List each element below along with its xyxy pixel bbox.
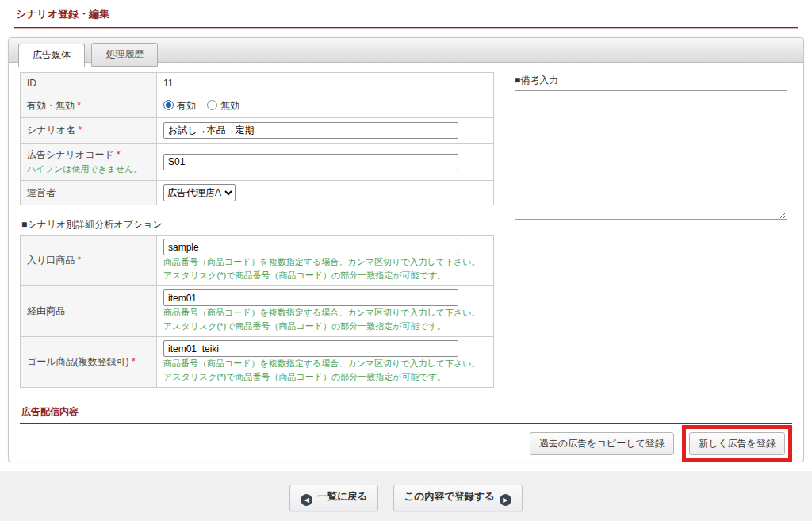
required-mark: *: [75, 125, 82, 136]
analysis-section-title: ■シナリオ別詳細分析オプション: [21, 218, 494, 232]
forward-arrow-icon: ▶: [500, 494, 511, 506]
help-text-line2: アスタリスク(*)で商品番号（商品コード）の部分一致指定が可能です。: [163, 269, 487, 282]
remarks-textarea[interactable]: [515, 90, 787, 220]
required-mark: *: [114, 149, 121, 160]
goal-product-label: ゴール商品(複数登録可): [27, 356, 129, 367]
help-text-line2: アスタリスク(*)で商品番号（商品コード）の部分一致指定が可能です。: [163, 370, 487, 384]
via-product-label: 経由商品: [27, 305, 65, 316]
table-row: ゴール商品(複数登録可) * 商品番号（商品コード）を複数指定する場合、カンマ区…: [21, 337, 494, 388]
main-panel: 広告媒体 処理履歴 ID 11 有効・無効 *: [8, 37, 804, 462]
entry-product-label: 入り口商品: [27, 255, 75, 266]
help-text-line2: アスタリスク(*)で商品番号（商品コード）の部分一致指定が可能です。: [163, 320, 487, 333]
form-column: ID 11 有効・無効 * 有効無効 シナリオ名 *: [20, 72, 494, 388]
goal-product-input[interactable]: [163, 340, 458, 357]
via-product-input[interactable]: [163, 289, 458, 306]
page-title: シナリオ登録・編集: [0, 0, 812, 21]
help-text-line1: 商品番号（商品コード）を複数指定する場合、カンマ区切りで入力して下さい。: [163, 306, 487, 320]
table-row: 入り口商品 * 商品番号（商品コード）を複数指定する場合、カンマ区切りで入力して…: [21, 236, 494, 286]
scenario-name-input[interactable]: [163, 122, 458, 139]
footer-action-bar: ◀一覧に戻る この内容で登録する▶: [0, 471, 812, 521]
register-new-ad-button[interactable]: 新しく広告を登録: [689, 432, 785, 455]
scenario-code-label: 広告シナリオコード: [27, 149, 114, 160]
remarks-section-title: ■備考入力: [515, 74, 787, 87]
panel-content: ID 11 有効・無効 * 有効無効 シナリオ名 *: [9, 63, 803, 388]
remarks-column: ■備考入力: [515, 72, 792, 388]
table-row: 有効・無効 * 有効無効: [21, 94, 494, 118]
required-mark: *: [129, 356, 136, 367]
enabled-radio-on[interactable]: [163, 100, 174, 110]
required-mark: *: [75, 100, 81, 111]
ad-delivery-actions: 過去の広告をコピーして登録 新しく広告を登録: [20, 426, 792, 460]
back-arrow-icon: ◀: [301, 494, 312, 506]
submit-registration-button[interactable]: この内容で登録する▶: [393, 485, 523, 511]
tab-process-history[interactable]: 処理履歴: [91, 43, 158, 67]
scenario-name-label: シナリオ名: [27, 125, 75, 136]
title-divider: [14, 27, 798, 29]
back-to-list-label: 一覧に戻る: [317, 491, 367, 502]
enabled-radio-off-label[interactable]: 無効: [220, 100, 239, 111]
scenario-code-input[interactable]: [163, 154, 458, 170]
enabled-label: 有効・無効: [27, 100, 75, 111]
copy-past-ad-button[interactable]: 過去の広告をコピーして登録: [530, 432, 674, 455]
operator-select[interactable]: 広告代理店A: [163, 184, 236, 201]
ad-delivery-section-title: 広告配信内容: [21, 405, 792, 419]
required-mark: *: [75, 255, 81, 266]
scenario-code-note: ハイフンは使用できません。: [27, 163, 150, 175]
table-row: 広告シナリオコード * ハイフンは使用できません。: [21, 144, 494, 181]
highlight-annotation: 新しく広告を登録: [682, 425, 792, 462]
enabled-radio-off[interactable]: [207, 100, 217, 110]
enabled-radio-on-label[interactable]: 有効: [177, 100, 196, 111]
help-text-line1: 商品番号（商品コード）を複数指定する場合、カンマ区切りで入力して下さい。: [163, 255, 487, 269]
table-row: シナリオ名 *: [21, 118, 494, 144]
table-row: 経由商品 商品番号（商品コード）を複数指定する場合、カンマ区切りで入力して下さい…: [21, 286, 494, 337]
id-label: ID: [27, 78, 36, 89]
operator-label: 運営者: [27, 187, 56, 198]
id-value: 11: [163, 78, 173, 89]
entry-product-input[interactable]: [163, 239, 458, 255]
tab-ad-media[interactable]: 広告媒体: [18, 44, 85, 67]
analysis-options-table: 入り口商品 * 商品番号（商品コード）を複数指定する場合、カンマ区切りで入力して…: [20, 235, 494, 388]
ad-delivery-section: 広告配信内容 過去の広告をコピーして登録 新しく広告を登録 広告配信ID ADコ…: [9, 405, 803, 462]
table-row: 運営者 広告代理店A: [21, 181, 494, 205]
table-row: ID 11: [21, 73, 494, 94]
help-text-line1: 商品番号（商品コード）を複数指定する場合、カンマ区切りで入力して下さい。: [163, 357, 487, 370]
ad-delivery-divider: [20, 423, 792, 424]
tab-bar: 広告媒体 処理履歴: [9, 38, 803, 63]
scenario-form-table: ID 11 有効・無効 * 有効無効 シナリオ名 *: [20, 72, 494, 205]
back-to-list-button[interactable]: ◀一覧に戻る: [289, 485, 378, 511]
submit-registration-label: この内容で登録する: [404, 491, 495, 502]
